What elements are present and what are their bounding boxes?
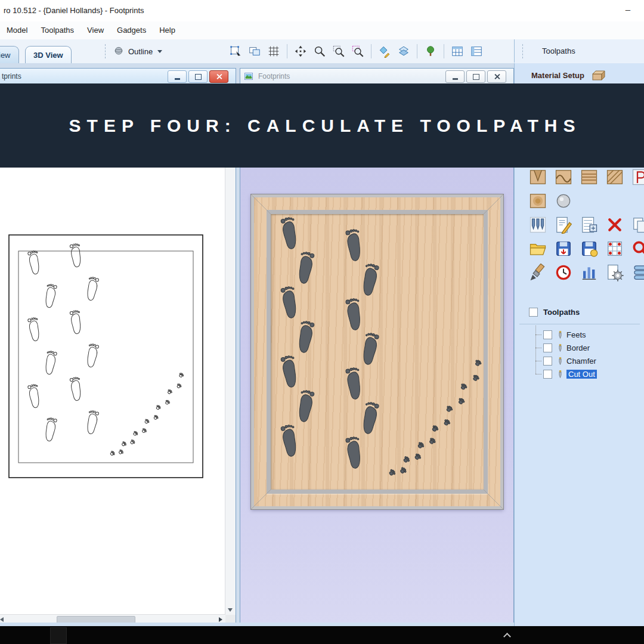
layers-icon[interactable] — [396, 44, 411, 59]
menu-gadgets[interactable]: Gadgets — [110, 21, 153, 39]
pan-view-icon[interactable] — [293, 44, 308, 59]
prism-toolpath-icon[interactable] — [555, 168, 572, 186]
panel-grip[interactable] — [522, 44, 523, 58]
drill-bit-icon — [556, 356, 565, 366]
open-toolpath-icon[interactable] — [529, 240, 547, 258]
tool-database-icon[interactable] — [631, 264, 644, 281]
scroll-down-icon[interactable] — [228, 608, 233, 612]
scroll-left-icon[interactable] — [0, 617, 4, 622]
toolpath-operations-row — [529, 240, 644, 258]
toolpath-item-label: Chamfer — [566, 357, 596, 366]
scroll-right-icon[interactable] — [219, 617, 222, 622]
outline-dropdown[interactable]: Outline — [105, 44, 162, 59]
tab-2d-view-label: iew — [0, 51, 11, 60]
menu-help[interactable]: Help — [153, 21, 182, 39]
2d-window-close-button[interactable] — [209, 70, 228, 83]
toolbar-separator — [287, 44, 287, 58]
2d-window-title: tprints — [2, 72, 21, 80]
preview-bars-icon[interactable] — [580, 264, 598, 281]
transform-object-icon[interactable] — [247, 44, 262, 59]
vcarve-toolpath-icon[interactable] — [529, 168, 547, 186]
menu-view[interactable]: View — [80, 21, 110, 39]
toolpaths-tree: FeetsBorderChamferCut Out — [535, 328, 597, 380]
snap-grid-icon[interactable] — [266, 44, 281, 59]
profile-toolpath-icon[interactable] — [631, 168, 644, 186]
window-minimize-button[interactable]: – — [620, 1, 636, 17]
tree-connector — [535, 335, 541, 335]
toolpath-operations-grid — [529, 168, 644, 287]
toolpaths-tree-title: Toolpaths — [543, 308, 580, 317]
toolpath-template-icon[interactable] — [606, 264, 624, 281]
tab-3d-view[interactable]: 3D View — [25, 46, 72, 63]
job-sheet-icon[interactable] — [469, 44, 484, 59]
estimate-time-icon[interactable] — [555, 264, 572, 281]
toolpath-checkbox[interactable] — [543, 330, 552, 339]
zoom-selection-icon[interactable] — [350, 44, 366, 59]
document-app-icon — [244, 72, 253, 81]
preview-tree-icon[interactable] — [423, 44, 438, 59]
toolpath-checkbox[interactable] — [543, 357, 552, 366]
menu-toolpaths[interactable]: Toolpaths — [34, 21, 80, 39]
window-titlebar: ro 10.512 - {Daniel Hollands} - Footprin… — [0, 0, 644, 22]
save-toolpath-icon[interactable] — [555, 240, 572, 258]
3d-window-titlebar[interactable]: Footprints — [240, 69, 513, 85]
drill-bit-icon — [556, 369, 565, 379]
2d-window-minimize-button[interactable] — [168, 70, 187, 83]
select-rectangle-icon[interactable] — [228, 44, 243, 59]
3d-window-minimize-button[interactable] — [445, 70, 465, 83]
zoom-window-icon[interactable] — [331, 44, 346, 59]
tab-2d-view[interactable]: iew — [0, 46, 19, 63]
vcarve-application-window: ro 10.512 - {Daniel Hollands} - Footprin… — [0, 0, 644, 644]
toolpath-item-cut-out[interactable]: Cut Out — [535, 367, 597, 380]
3d-window-close-button[interactable] — [487, 70, 506, 83]
toolpath-item-label: Border — [566, 343, 590, 352]
toolbar-separator — [371, 44, 371, 58]
texture-toolpath-icon[interactable] — [606, 168, 624, 186]
delete-toolpath-icon[interactable] — [606, 216, 624, 234]
duplicate-toolpath-icon[interactable] — [631, 216, 644, 234]
carved-footprints — [251, 194, 503, 509]
material-setup-diamond-icon[interactable] — [377, 44, 392, 59]
merge-toolpath-icon[interactable] — [606, 240, 624, 258]
toolpath-item-border[interactable]: Border — [535, 341, 597, 354]
drill-bit-icon — [556, 343, 565, 353]
ball-toolpath-icon[interactable] — [555, 192, 572, 210]
taskbar — [0, 626, 644, 644]
toolpath-item-feets[interactable]: Feets — [535, 328, 597, 341]
zoom-icon[interactable] — [312, 44, 327, 59]
2d-window-maximize-button[interactable] — [188, 70, 208, 83]
toolpaths-panel-title: Toolpaths — [542, 47, 575, 55]
step-banner: STEP FOUR: CALCULATE TOOLPATHS — [0, 83, 644, 168]
save-all-toolpath-icon[interactable] — [580, 240, 598, 258]
3d-window-maximize-button[interactable] — [466, 70, 485, 83]
toolpath-item-label: Cut Out — [566, 370, 597, 379]
material-setup-row[interactable]: Material Setup — [531, 69, 607, 82]
taskbar-app-icon[interactable] — [50, 627, 67, 644]
toolpaths-visibility-checkbox[interactable] — [529, 308, 538, 317]
preview-brush-icon[interactable] — [529, 264, 547, 281]
window-title: ro 10.512 - {Daniel Hollands} - Footprin… — [4, 6, 144, 15]
3d-window-title: Footprints — [258, 72, 290, 80]
toolpath-item-chamfer[interactable]: Chamfer — [535, 354, 597, 367]
toolpath-summary-icon[interactable] — [580, 216, 598, 234]
main-toolbar: iew 3D View Outline Toolpaths — [0, 39, 644, 64]
material-setup-label: Material Setup — [531, 71, 584, 80]
2d-window-titlebar[interactable]: tprints — [0, 69, 236, 85]
menu-model[interactable]: Model — [0, 21, 34, 39]
outline-sphere-icon — [113, 45, 125, 57]
toolpaths-tree-header: Toolpaths — [529, 308, 580, 317]
toolpath-checkbox[interactable] — [543, 343, 552, 352]
taskbar-chevron-icon[interactable] — [503, 633, 511, 640]
drilling-toolpath-icon[interactable] — [529, 216, 547, 234]
edit-toolpath-icon[interactable] — [555, 216, 572, 234]
outline-dropdown-label: Outline — [128, 47, 153, 56]
dome-toolpath-icon[interactable] — [529, 192, 547, 210]
material-block-icon — [592, 69, 607, 82]
recalc-toolpath-icon[interactable] — [631, 240, 644, 258]
toolpath-checkbox[interactable] — [543, 370, 552, 379]
drill-bit-icon — [556, 330, 565, 340]
moulding-toolpath-icon[interactable] — [580, 168, 598, 186]
toolbar-grip — [105, 44, 106, 58]
carved-wood-panel — [251, 194, 503, 509]
nesting-sheet-icon[interactable] — [450, 44, 465, 59]
